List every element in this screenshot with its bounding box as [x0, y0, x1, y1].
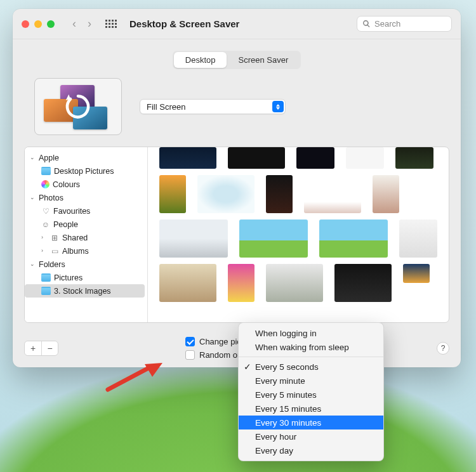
remove-button[interactable]: − [41, 341, 58, 355]
tree-item-colours[interactable]: Colours [25, 178, 145, 191]
desktop-preview [34, 78, 122, 135]
tree-group-photos[interactable]: ⌄Photos [25, 191, 145, 204]
zoom-button[interactable] [47, 20, 55, 28]
fill-mode-value: Fill Screen [147, 102, 185, 112]
image-thumb[interactable] [228, 147, 285, 169]
nav-buttons: ‹ › [69, 16, 95, 32]
person-icon: ☺ [41, 220, 50, 228]
shared-icon: ⊞ [50, 233, 59, 242]
back-button[interactable]: ‹ [69, 16, 80, 32]
menu-item[interactable]: Every day [239, 443, 383, 457]
albums-icon: ▭ [50, 247, 59, 255]
rainbow-icon [41, 180, 50, 188]
image-thumb[interactable] [159, 175, 186, 213]
folder-icon [41, 287, 51, 295]
menu-item[interactable]: Every 5 minutes [239, 388, 383, 402]
tree-item-shared[interactable]: ›⊞Shared [25, 231, 145, 244]
folder-icon [41, 273, 51, 282]
show-all-icon[interactable] [103, 17, 119, 30]
search-input[interactable]: Search [357, 16, 452, 32]
source-tree[interactable]: ⌄Apple Desktop Pictures Colours ⌄Photos … [25, 147, 148, 322]
help-button[interactable]: ? [437, 342, 449, 355]
heart-icon: ♡ [41, 207, 50, 215]
image-thumb[interactable] [373, 175, 399, 213]
folder-icon [41, 167, 51, 175]
add-remove-buttons: + − [24, 341, 58, 356]
menu-item-highlighted[interactable]: Every 30 minutes [239, 416, 383, 429]
menu-item[interactable]: When waking from sleep [239, 340, 383, 354]
image-thumb[interactable] [239, 220, 308, 258]
menu-item[interactable]: Every 15 minutes [239, 402, 383, 416]
change-interval-menu[interactable]: When logging in When waking from sleep E… [238, 322, 384, 461]
menu-item[interactable]: Every hour [239, 429, 383, 443]
image-thumb[interactable] [395, 147, 433, 169]
tab-switcher: Desktop Screen Saver [24, 51, 449, 69]
tab-screensaver[interactable]: Screen Saver [227, 52, 300, 68]
image-grid[interactable] [154, 147, 449, 322]
image-thumb[interactable] [403, 264, 430, 283]
window-title: Desktop & Screen Saver [129, 18, 239, 29]
preferences-window: ‹ › Desktop & Screen Saver Search Deskto… [13, 9, 461, 367]
forward-button[interactable]: › [84, 16, 95, 32]
tree-group-folders[interactable]: ⌄Folders [25, 258, 145, 271]
image-thumb[interactable] [159, 264, 216, 302]
tree-item-desktop-pictures[interactable]: Desktop Pictures [25, 164, 145, 178]
image-thumb[interactable] [304, 175, 361, 213]
rotate-icon [63, 92, 93, 121]
window-controls [22, 20, 55, 28]
tree-group-apple[interactable]: ⌄Apple [25, 151, 145, 164]
stepper-icon [272, 101, 284, 112]
tree-item-stock-images[interactable]: 3. Stock Images [25, 284, 145, 298]
image-thumb[interactable] [319, 220, 388, 258]
add-button[interactable]: + [25, 341, 41, 355]
footer-bar: + − Change picture: Random order ? [13, 337, 461, 360]
titlebar: ‹ › Desktop & Screen Saver Search [13, 9, 461, 39]
menu-item[interactable]: When logging in [239, 326, 383, 340]
fill-mode-select[interactable]: Fill Screen [140, 99, 286, 114]
tab-desktop[interactable]: Desktop [174, 52, 227, 68]
image-thumb[interactable] [197, 175, 255, 213]
search-placeholder: Search [374, 19, 400, 29]
image-thumb[interactable] [399, 220, 437, 258]
tree-item-people[interactable]: ☺People [25, 218, 145, 231]
annotation-arrow [105, 363, 162, 394]
image-thumb[interactable] [159, 147, 216, 169]
image-thumb[interactable] [296, 147, 334, 169]
minimize-button[interactable] [34, 20, 42, 28]
close-button[interactable] [22, 20, 29, 28]
image-thumb[interactable] [346, 147, 384, 169]
menu-item[interactable]: Every 5 seconds [239, 360, 383, 374]
tree-item-albums[interactable]: ›▭Albums [25, 244, 145, 258]
tree-item-favourites[interactable]: ♡Favourites [25, 204, 145, 218]
checkbox-on-icon [185, 337, 195, 346]
tree-item-pictures[interactable]: Pictures [25, 271, 145, 284]
svg-line-0 [108, 367, 151, 390]
checkbox-off-icon [185, 350, 195, 360]
image-thumb[interactable] [266, 175, 293, 213]
image-thumb[interactable] [266, 264, 323, 302]
menu-item[interactable]: Every minute [239, 374, 383, 388]
image-thumb[interactable] [228, 264, 255, 302]
image-thumb[interactable] [334, 264, 392, 302]
image-thumb[interactable] [159, 220, 228, 258]
search-icon [362, 20, 371, 28]
